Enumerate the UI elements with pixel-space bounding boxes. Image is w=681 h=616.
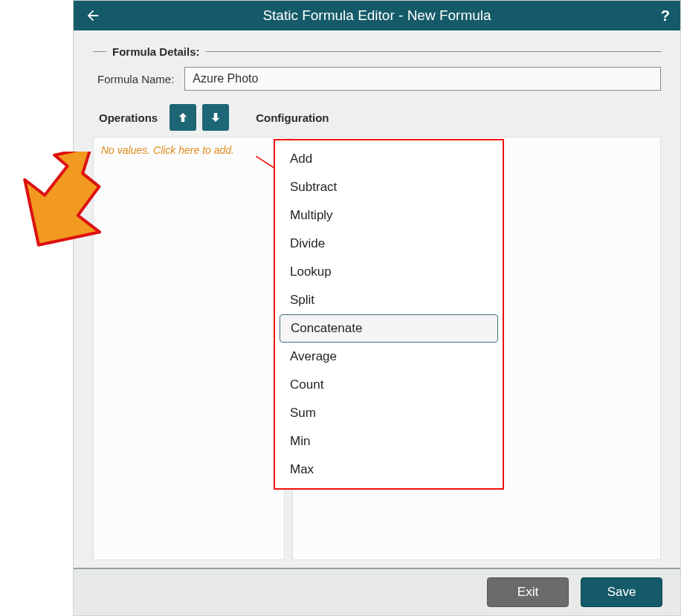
formula-details-header: Formula Details: (93, 45, 661, 58)
back-button[interactable] (84, 7, 102, 25)
dropdown-item-max[interactable]: Max (275, 455, 503, 484)
formula-name-row: Formula Name: (93, 67, 661, 91)
dropdown-item-average[interactable]: Average (275, 343, 503, 371)
save-button[interactable]: Save (581, 577, 662, 607)
arrow-up-icon (176, 111, 190, 124)
dropdown-item-sum[interactable]: Sum (275, 399, 503, 427)
operations-dropdown[interactable]: AddSubtractMultiplyDivideLookupSplitConc… (274, 139, 504, 490)
dropdown-item-lookup[interactable]: Lookup (275, 258, 503, 286)
dropdown-item-split[interactable]: Split (275, 286, 503, 314)
help-button[interactable]: ? (661, 7, 670, 25)
back-arrow-icon (85, 7, 101, 24)
formula-name-input[interactable] (184, 67, 661, 91)
ops-config-header: Operations Configuration (93, 104, 661, 131)
dropdown-item-divide[interactable]: Divide (275, 230, 503, 258)
operations-placeholder[interactable]: No values. Click here to add. (101, 144, 234, 156)
formula-name-label: Formula Name: (97, 73, 174, 85)
dropdown-item-count[interactable]: Count (275, 371, 503, 399)
dropdown-item-min[interactable]: Min (275, 427, 503, 455)
footer: Exit Save (74, 568, 680, 615)
titlebar: Static Formula Editor - New Formula ? (74, 1, 680, 30)
dropdown-item-concatenate[interactable]: Concatenate (280, 314, 498, 343)
operations-label: Operations (99, 111, 158, 124)
move-down-button[interactable] (202, 104, 229, 131)
dropdown-item-subtract[interactable]: Subtract (275, 173, 503, 201)
window-title: Static Formula Editor - New Formula (74, 7, 680, 24)
dropdown-item-add[interactable]: Add (275, 145, 503, 173)
move-up-button[interactable] (170, 104, 196, 131)
configuration-label: Configuration (256, 111, 329, 124)
exit-button[interactable]: Exit (487, 577, 569, 607)
dropdown-item-multiply[interactable]: Multiply (275, 201, 503, 230)
arrow-down-icon (209, 111, 222, 124)
formula-details-label: Formula Details: (112, 45, 200, 58)
operations-panel: No values. Click here to add. (93, 137, 285, 560)
